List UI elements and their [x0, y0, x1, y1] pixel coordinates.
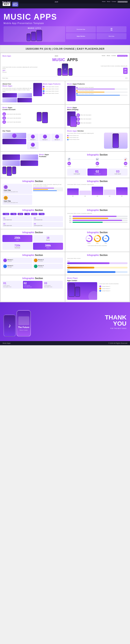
tag-1: 🎵 Music	[3, 213, 9, 215]
hero-right: Lorem ipsum dolor sit amet, consectetur …	[93, 65, 128, 74]
download-btn[interactable]: Download App	[117, 55, 128, 57]
stats-grid: 256k Users 18 Awards 720k Downloads 388k…	[2, 235, 63, 250]
team-info-grid: Person 1 Designer Person 2 Developer Per…	[2, 258, 63, 269]
app-title: MUSIC APPS	[3, 12, 127, 22]
steps-row: 🎵 01 Lorem 🎶 02 Lorem 🎸 03 Lorem	[67, 157, 128, 167]
preview-thumb-4: 20 24	[97, 26, 127, 32]
preview-thumb-2: Download App	[66, 26, 96, 32]
hero-title: MUSIC APPS	[2, 58, 128, 62]
phone-small	[57, 68, 61, 76]
about-left: About Our Music Apps Lorem ipsum dolor s…	[2, 83, 32, 102]
nav-links: Home About Contact Download App	[102, 55, 128, 57]
dot-1	[76, 87, 78, 88]
slide-infographic-tags: Infographic Section 🎵 Music 🎶 Play ⭐ Top…	[1, 207, 65, 229]
team-grid: Member 1 Member 2 Member 3 Member 4	[27, 134, 63, 149]
preview-thumb-5: Music Apps	[97, 33, 127, 39]
slide-nav: Music Apps 2024 Home About Contact Downl…	[2, 55, 128, 57]
slide-infographic-bars: Infographic Section Lorem ipsum dolor si…	[65, 178, 130, 206]
tag-2: 🎶 Play	[10, 213, 16, 215]
tag-3: ⭐ Top	[18, 213, 23, 215]
slide-grid: Music Apps 2024 Home About Contact Downl…	[0, 52, 130, 302]
dot-3	[76, 93, 78, 94]
slide-footer: Music Apps 2024	[2, 76, 128, 79]
progress-bars: 80% 65% 90% 55%	[67, 216, 128, 223]
preview-thumb-1: MUSIC APPS	[3, 26, 65, 42]
account-phone-1	[37, 112, 42, 121]
contact-phone-1	[69, 284, 75, 297]
preview-thumb-3: Apps Service	[66, 33, 96, 39]
thankyou-phones: ♪ The Future Music Creator	[3, 307, 64, 337]
slide-infographic-team: Infographic Section Person 1 Designer Pe…	[1, 252, 65, 275]
slide-apps-contact: Music Player Apps Contact Lorem ipsum do…	[65, 275, 130, 302]
slide-infographic-steps: Infographic Section 🎵 01 Lorem 🎶 02 Lore…	[65, 152, 130, 178]
feature-list: ✓ Lorem ipsum dolor sit amet ✓ Lorem ips…	[43, 86, 60, 94]
horizontal-bars: 70% 45% 80%	[67, 260, 128, 273]
svg-rect-2	[14, 4, 16, 5]
check-icon-3: ✓	[43, 90, 44, 92]
thankyou-phone-2: The Future Music Creator	[16, 310, 31, 337]
mini-phone-3	[36, 30, 42, 41]
hero-layout: Lorem ipsum dolor sit amet, consectetur …	[2, 64, 128, 76]
step-1: 🎵 01 Lorem	[67, 157, 71, 167]
bottom-nav: Music Apps © 2024 All Rights Reserved	[0, 341, 130, 345]
col-3: 03 Lorem ipsum Description here	[43, 281, 63, 288]
about-right: Music Apps Features ✓ Lorem ipsum dolor …	[33, 83, 63, 102]
slide-menu-display: Music Apps Menu Display 01 Menu item des…	[65, 105, 130, 128]
mini-phone-1	[27, 34, 31, 41]
service-phone	[113, 134, 119, 148]
slide-infographic-progress: Infographic Section Lorem ipsum dolor si…	[65, 207, 130, 229]
circle-1: 65% Music	[86, 235, 93, 244]
step-2: 🎶 02 Lorem	[95, 157, 99, 167]
slide-portfolio: Music Apps Portfolio	[1, 152, 65, 178]
preview-thumb-group: Download App Apps Service	[66, 26, 96, 42]
step-3: 🎸 03 Lorem	[124, 157, 128, 167]
check-icon-1: ✓	[43, 86, 44, 88]
check-icon-4: ✓	[43, 92, 44, 94]
year-badge: 2024	[123, 68, 128, 74]
info-card-2: 02 Lorem ipsum	[88, 168, 107, 176]
stat-card-3: 720k Downloads	[2, 243, 32, 250]
phone-large: ♪	[62, 64, 68, 76]
title-section: MUSIC APPS Mobile App Presentation Templ…	[0, 8, 130, 45]
thankyou-phone-1: ♪	[3, 314, 16, 337]
slide-infographic-circles: Infographic Section 65% Music 75% Apps 8…	[65, 230, 130, 252]
preview-thumb-group2: 20 24 Music Apps	[97, 26, 127, 42]
slide-about: About Our Music Apps Lorem ipsum dolor s…	[1, 81, 65, 104]
stat-card-1: 256k Users	[2, 235, 32, 242]
info-card-3: 03 Lorem ipsum	[108, 168, 128, 176]
mini-phone-2	[31, 32, 36, 41]
hero-left: Lorem ipsum dolor sit amet, consectetur …	[2, 66, 37, 73]
slide-infographic-stats: Infographic Section 256k Users 18 Awards…	[1, 230, 65, 252]
slide-team: Our Team Member 1 Member 2 M	[1, 128, 65, 151]
slide-infographic-cards: Infographic Section 🎵 Card Title Lorem i…	[1, 178, 65, 206]
thankyou-section: Music Apps 2025 Home About Contact Downl…	[0, 302, 130, 341]
account-phone-2	[42, 112, 48, 123]
slide-features: Music Apps Features Lorem ipsum feature …	[65, 81, 130, 104]
stat-card-2: 18 Awards	[33, 235, 63, 242]
preview-thumbnails: MUSIC APPS Download App Apps Service 20	[3, 26, 127, 42]
circles-row: 65% Music 75% Apps 85% Play	[67, 235, 128, 244]
download-btn-footer[interactable]: Download App	[118, 1, 128, 3]
circle-2: 75% Apps	[94, 235, 101, 244]
app-subtitle: Mobile App Presentation Template	[3, 22, 127, 24]
slide-infographic-hbars: Infographic Section Lorem ipsum dolor si…	[65, 252, 130, 275]
contact-phone-2	[75, 287, 80, 297]
team-card-4: Member 4	[27, 142, 39, 149]
team-card-2: Member 2	[39, 134, 51, 141]
slide-hero: Music Apps 2024 Home About Contact Downl…	[1, 53, 129, 80]
hero-center: ♪	[39, 64, 91, 76]
col-2: 02 Lorem ipsum Description here	[23, 281, 42, 288]
slide-service: Music Apps Service Lorem ipsum dolor sit…	[65, 128, 130, 151]
portfolio-grid	[2, 154, 38, 166]
app-contact: Lorem ipsum dolor sit amet consectetur. …	[67, 282, 128, 300]
info-card-1: 01 Lorem ipsum	[67, 168, 87, 176]
phone-small-2	[69, 68, 73, 76]
col-1: 01 Lorem ipsum Description here	[2, 281, 22, 288]
about-image-grid	[2, 93, 32, 102]
info-banner: 1920X1080 PX (16:9) | COLOR CHANGE | EAS…	[0, 45, 130, 52]
team-card-1: Member 1	[27, 134, 39, 141]
thankyou-nav: Music Apps 2025 Home About Contact Downl…	[0, 0, 130, 4]
cols-info: 01 Lorem ipsum Description here 02 Lorem…	[2, 281, 63, 288]
tag-6: 🎤 Sing	[39, 213, 44, 215]
tag-5: 🎸 Rock	[31, 213, 37, 215]
